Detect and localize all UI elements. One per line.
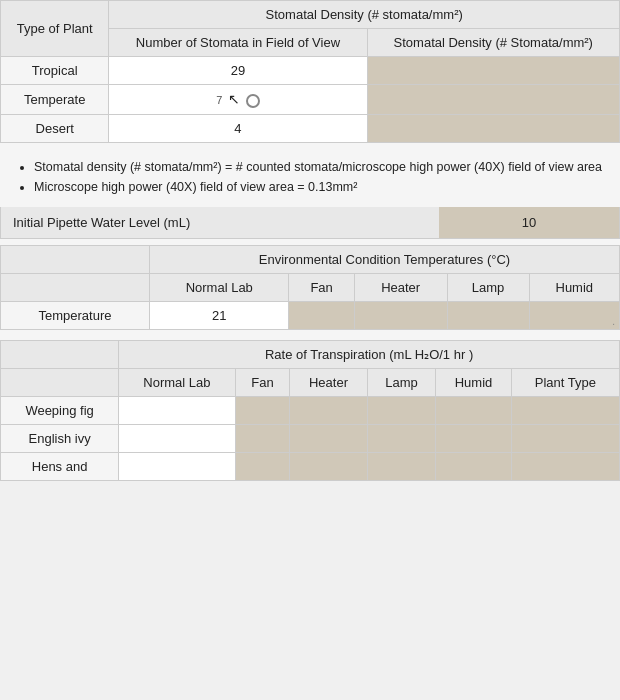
temp-normallab-value: 21 (150, 301, 289, 329)
transpiration-section: Rate of Transpiration (mL H₂O/1 hr ) Nor… (0, 340, 620, 481)
cursor-icon: 7 (216, 94, 222, 106)
pipette-value: 10 (439, 207, 619, 238)
ei-normallab (119, 424, 236, 452)
table-row: Desert 4 (1, 114, 620, 142)
stomatal-density-main-header: Stomatal Density (# stomata/mm²) (109, 1, 620, 29)
bullet-section: Stomatal density (# stomata/mm²) = # cou… (0, 147, 620, 207)
temperature-row-label: Temperature (1, 301, 150, 329)
temperate-stomata-count: 7 ↖ (109, 85, 367, 115)
temp-fan-value (289, 301, 354, 329)
tropical-stomata-count: 29 (109, 57, 367, 85)
transp-fan-header: Fan (235, 368, 290, 396)
pipette-label: Initial Pipette Water Level (mL) (1, 207, 439, 238)
wf-heater (290, 396, 368, 424)
wf-normallab (119, 396, 236, 424)
ei-heater (290, 424, 368, 452)
plant-type-desert: Desert (1, 114, 109, 142)
ei-fan (235, 424, 290, 452)
transpiration-table: Rate of Transpiration (mL H₂O/1 hr ) Nor… (0, 340, 620, 481)
plant-type-tropical: Tropical (1, 57, 109, 85)
cursor-pointer-icon: ↖ (228, 91, 240, 107)
table-row: Temperate 7 ↖ (1, 85, 620, 115)
transp-humid-header: Humid (436, 368, 512, 396)
env-temp-main-header: Environmental Condition Temperatures (°C… (150, 245, 620, 273)
env-temp-normallab-header: Normal Lab (150, 273, 289, 301)
ha-normallab (119, 452, 236, 480)
transp-empty-header (1, 340, 119, 368)
env-temp-heater-header: Heater (354, 273, 447, 301)
transp-planttype-header: Plant Type (511, 368, 619, 396)
transp-row-spacer (1, 368, 119, 396)
stomatal-density-table: Type of Plant Stomatal Density (# stomat… (0, 0, 620, 143)
wf-fan (235, 396, 290, 424)
stomatal-density-section: Type of Plant Stomatal Density (# stomat… (0, 0, 620, 143)
transp-heater-header: Heater (290, 368, 368, 396)
english-ivy-label: English ivy (1, 424, 119, 452)
desert-stomata-count: 4 (109, 114, 367, 142)
hens-and-label: Hens and (1, 452, 119, 480)
temp-lamp-value (447, 301, 529, 329)
env-temp-lamp-header: Lamp (447, 273, 529, 301)
env-temp-fan-header: Fan (289, 273, 354, 301)
wf-humid (436, 396, 512, 424)
table-row: Weeping fig (1, 396, 620, 424)
pipette-row: Initial Pipette Water Level (mL) 10 (0, 207, 620, 239)
ha-fan (235, 452, 290, 480)
bullet-1: Stomatal density (# stomata/mm²) = # cou… (34, 157, 604, 177)
env-temp-row-spacer (1, 273, 150, 301)
type-of-plant-header: Type of Plant (1, 1, 109, 57)
env-temp-humid-header: Humid (529, 273, 619, 301)
table-row: Tropical 29 (1, 57, 620, 85)
env-temp-section: Environmental Condition Temperatures (°C… (0, 245, 620, 330)
page: Type of Plant Stomatal Density (# stomat… (0, 0, 620, 481)
weeping-fig-label: Weeping fig (1, 396, 119, 424)
temperate-density (367, 85, 619, 115)
bullet-2: Microscope high power (40X) field of vie… (34, 177, 604, 197)
stomata-count-header: Number of Stomata in Field of View (109, 29, 367, 57)
env-temp-empty-header (1, 245, 150, 273)
temp-heater-value (354, 301, 447, 329)
transp-lamp-header: Lamp (367, 368, 436, 396)
wf-lamp (367, 396, 436, 424)
table-row: Temperature 21 . (1, 301, 620, 329)
ei-lamp (367, 424, 436, 452)
transp-normallab-header: Normal Lab (119, 368, 236, 396)
wf-planttype (511, 396, 619, 424)
no-entry-icon (246, 94, 260, 108)
stomatal-density-header: Stomatal Density (# Stomata/mm²) (367, 29, 619, 57)
desert-density (367, 114, 619, 142)
plant-type-temperate: Temperate (1, 85, 109, 115)
temp-humid-value: . (529, 301, 619, 329)
ha-humid (436, 452, 512, 480)
ha-heater (290, 452, 368, 480)
ei-planttype (511, 424, 619, 452)
tropical-density (367, 57, 619, 85)
env-temp-table: Environmental Condition Temperatures (°C… (0, 245, 620, 330)
table-row: English ivy (1, 424, 620, 452)
ha-lamp (367, 452, 436, 480)
table-row: Hens and (1, 452, 620, 480)
transp-main-header: Rate of Transpiration (mL H₂O/1 hr ) (119, 340, 620, 368)
ha-planttype (511, 452, 619, 480)
ei-humid (436, 424, 512, 452)
